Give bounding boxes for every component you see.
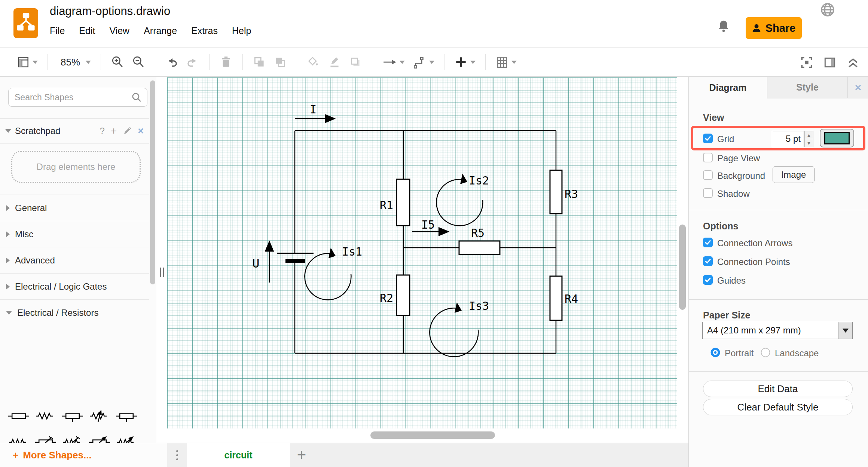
- resistor-box-icon[interactable]: [5, 403, 32, 429]
- to-front-button[interactable]: [249, 55, 270, 69]
- scratchpad-header[interactable]: Scratchpad ? + ×: [0, 119, 149, 143]
- add-page-button[interactable]: +: [290, 443, 313, 467]
- vertical-scrollbar[interactable]: [679, 225, 686, 310]
- header: diagram-options.drawio File Edit View Ar…: [0, 0, 868, 48]
- to-back-button[interactable]: [270, 55, 291, 69]
- background-image-button[interactable]: Image: [773, 166, 814, 183]
- resistor-zigzag-icon[interactable]: [32, 403, 59, 429]
- grid-size-stepper[interactable]: ▲▼: [804, 131, 813, 147]
- guides-checkbox[interactable]: [703, 275, 713, 285]
- scratchpad-close-icon[interactable]: ×: [138, 125, 144, 137]
- connection-arrow-button[interactable]: [378, 55, 409, 69]
- resistor-r1[interactable]: [397, 179, 410, 226]
- line-color-button[interactable]: [324, 55, 345, 69]
- background-checkbox[interactable]: [703, 170, 713, 180]
- grid-size-input[interactable]: 5 pt: [772, 131, 804, 147]
- view-layout-button[interactable]: [13, 55, 42, 69]
- label-r2: R2: [380, 292, 393, 305]
- page-tab-circuit[interactable]: circuit: [187, 443, 290, 467]
- grid-label: Grid: [717, 134, 734, 144]
- insert-button[interactable]: [450, 55, 479, 69]
- tab-style[interactable]: Style: [767, 77, 848, 98]
- portrait-radio[interactable]: [710, 348, 720, 357]
- grid-color-swatch[interactable]: [820, 129, 854, 147]
- shadow-button[interactable]: [345, 55, 366, 69]
- undo-button[interactable]: [161, 55, 182, 69]
- sidebar-section-misc[interactable]: Misc: [0, 221, 149, 247]
- sidebar-collapse-handle[interactable]: [159, 266, 165, 278]
- connection-arrows-label: Connection Arrows: [717, 238, 792, 248]
- tab-diagram[interactable]: Diagram: [689, 77, 767, 98]
- drawio-logo-icon: [13, 8, 38, 38]
- sidebar-section-logic-gates[interactable]: Electrical / Logic Gates: [0, 273, 149, 299]
- sidebar-section-general[interactable]: General: [0, 195, 149, 221]
- zoom-out-button[interactable]: [128, 55, 149, 69]
- paper-size-select[interactable]: A4 (210 mm x 297 mm): [702, 322, 853, 339]
- background-label: Background: [717, 171, 765, 181]
- resistor-r5[interactable]: [459, 241, 500, 254]
- clear-default-style-button[interactable]: Clear Default Style: [703, 399, 853, 415]
- menu-edit[interactable]: Edit: [79, 25, 95, 36]
- plus-icon: +: [13, 449, 18, 461]
- zoom-in-button[interactable]: [107, 55, 128, 69]
- notifications-bell-icon[interactable]: [718, 19, 730, 32]
- connection-arrows-checkbox[interactable]: [703, 238, 713, 247]
- guides-label: Guides: [717, 275, 746, 286]
- menu-help[interactable]: Help: [232, 25, 251, 36]
- language-globe-icon[interactable]: [820, 2, 835, 17]
- zoom-level-dropdown[interactable]: 85%: [54, 57, 95, 68]
- resistor-zigzag-arrow-icon[interactable]: [86, 403, 113, 429]
- label-r5: R5: [471, 226, 485, 239]
- chevron-right-icon: [6, 205, 10, 211]
- chevron-down-icon: [470, 61, 476, 64]
- resistor-r4[interactable]: [550, 276, 562, 320]
- scratchpad-edit-icon[interactable]: [123, 126, 132, 135]
- sidebar-section-resistors[interactable]: Electrical / Resistors: [0, 299, 149, 326]
- grid-checkbox[interactable]: [703, 134, 713, 143]
- search-input[interactable]: [14, 92, 131, 103]
- share-button[interactable]: Share: [746, 17, 802, 39]
- sidebar-scrollbar[interactable]: [150, 80, 155, 284]
- horizontal-scrollbar[interactable]: [370, 431, 495, 439]
- connection-points-checkbox[interactable]: [703, 256, 713, 266]
- sidebar-section-advanced[interactable]: Advanced: [0, 247, 149, 273]
- label-r4: R4: [565, 292, 578, 305]
- waypoint-style-button[interactable]: [409, 55, 438, 69]
- search-shapes-box[interactable]: [8, 88, 147, 107]
- shadow-label: Shadow: [717, 189, 750, 199]
- page-view-checkbox[interactable]: [703, 153, 713, 162]
- menu-arrange[interactable]: Arrange: [144, 25, 177, 36]
- chevron-down-icon: [86, 61, 91, 64]
- scratchpad-help-icon[interactable]: ?: [100, 126, 105, 136]
- landscape-radio[interactable]: [761, 348, 770, 357]
- fullscreen-icon[interactable]: [800, 56, 813, 69]
- redo-button[interactable]: [182, 55, 203, 69]
- select-arrow-icon: [838, 322, 852, 339]
- more-shapes-button[interactable]: + More Shapes...: [0, 443, 167, 467]
- menu-extras[interactable]: Extras: [191, 25, 218, 36]
- resistor-box-tap-icon[interactable]: [59, 403, 86, 429]
- toolbar-right: [800, 48, 860, 77]
- format-panel-icon[interactable]: [823, 56, 837, 69]
- resistor-r2[interactable]: [397, 275, 410, 315]
- menu-file[interactable]: File: [50, 25, 65, 36]
- close-panel-icon[interactable]: ×: [848, 77, 868, 98]
- drawing-canvas[interactable]: I U R1 R2 R3 R4 R5 I5 Is1 Is2 Is3: [167, 77, 688, 467]
- format-panel: Diagram Style × View Grid 5 pt ▲▼ Page V…: [688, 77, 868, 467]
- collapse-icon[interactable]: [846, 56, 860, 69]
- menu-view[interactable]: View: [109, 25, 129, 36]
- table-button[interactable]: [492, 55, 520, 69]
- fill-color-button[interactable]: [303, 55, 324, 69]
- chevron-right-icon: [6, 284, 10, 290]
- scratchpad-add-icon[interactable]: +: [111, 125, 117, 137]
- options-heading: Options: [703, 221, 738, 232]
- resistor-box-tap-2-icon[interactable]: [113, 403, 140, 429]
- resistor-r3[interactable]: [550, 170, 562, 214]
- edit-data-button[interactable]: Edit Data: [703, 381, 853, 397]
- pages-menu-icon[interactable]: [167, 443, 187, 467]
- scratchpad-drop-area[interactable]: Drag elements here: [11, 151, 141, 183]
- label-i5: I5: [421, 218, 435, 231]
- shadow-checkbox[interactable]: [703, 188, 713, 198]
- delete-button[interactable]: [216, 55, 236, 69]
- view-heading: View: [703, 112, 724, 123]
